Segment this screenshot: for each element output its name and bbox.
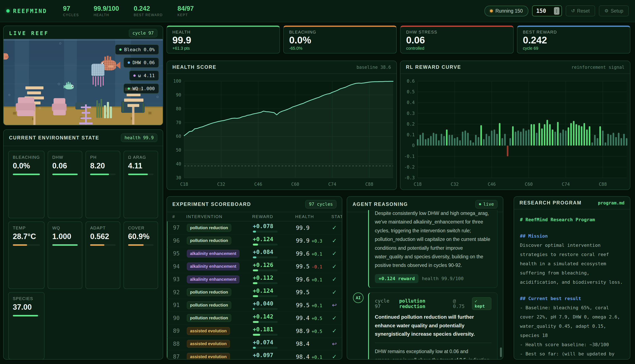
reef-overlay-badge: WQ 1.000 [123,84,159,94]
intervention-pill: pollution reduction [187,224,231,232]
reward-bar-fill [253,347,256,349]
edge-fish [4,52,10,61]
table-row[interactable]: 89assisted evolution+0.18198.9+0.5✓ [167,324,342,338]
reef-overlay-badge: DHW 0.06 [123,58,159,68]
bubble [156,96,158,98]
reef-overlay-label: WQ 1.000 [132,86,155,91]
health-delta: +0.5 [312,316,322,321]
row-cycle-number: 87 [173,354,187,359]
reward-bar [253,256,278,258]
env-metric-value: 1.000 [52,232,78,241]
metric-dot-icon [128,88,130,90]
topbar-stat: 99.9/100HEALTH [94,5,119,17]
stat-card: BEST REWARD0.242cycle 69 [517,26,630,54]
env-metric-card[interactable]: COVER60.9% [123,222,158,289]
svg-text:C74: C74 [562,182,570,187]
setup-button[interactable]: ⚙ Setup [599,6,629,16]
env-metric-card[interactable]: Ω ARAG4.11 [123,151,158,218]
table-row[interactable]: 91pollution reduction+0.04099.5+0.1↩ [167,299,342,312]
setup-label: Setup [611,8,623,14]
markdown-line: ## Mission [520,232,624,241]
row-cycle-number: 91 [173,302,187,308]
table-row[interactable]: 97pollution reduction+0.07899.9✓ [167,222,342,234]
reset-button[interactable]: ↺ Reset [566,6,595,16]
reward-curve-panel: RL REWARD CURVE reinforcement signal 0.6… [400,60,630,190]
env-metric-card[interactable]: BLEACHING0.0% [8,151,45,218]
health-cell: 99.4+0.5 [296,315,332,321]
table-row[interactable]: 94alkalinity enhancement+0.12699.5-0.1✓ [167,260,342,273]
kept-check-icon: ✓ [332,353,337,359]
env-metric-card[interactable]: PH8.20 [85,151,120,218]
steps-input[interactable]: 150 ▴▾ [532,6,562,16]
table-row[interactable]: 92pollution reduction+0.12499.5✓ [167,286,342,299]
env-metric-bar-fill [90,244,104,246]
intervention-cell: assisted evolution [187,353,253,359]
live-dot-icon [479,203,481,205]
table-row[interactable]: 90pollution reduction+0.14299.4+0.5✓ [167,312,342,325]
reward-bar-fill [253,295,258,297]
reward-bar-fill [253,321,259,323]
number-stepper[interactable]: ▴▾ [554,7,559,15]
message-confidence: @ 0.75 [453,298,469,309]
ai-avatar: AI [353,292,363,303]
table-row[interactable]: 88assisted evolution+0.07498.4↩ [167,338,342,350]
table-row[interactable]: 87assisted evolution+0.09798.4+0.1✓ [167,350,342,359]
env-metric-bar-fill [13,174,40,175]
svg-text:0.5: 0.5 [407,89,415,94]
markdown-line: - Health score baseline: ~38/100 [520,340,624,349]
reef-simulation-canvas[interactable]: Bleach 0.0%DHW 0.06ω 4.11WQ 1.000 [4,39,163,125]
message-lead: Continued pollution reduction will furth… [375,313,491,338]
table-row[interactable]: 96pollution reduction+0.12499.9+0.3✓ [167,234,342,248]
stat-card-label: BEST REWARD [523,30,624,34]
app-logo: REEFMIND [6,8,57,14]
reward-bar-fill [253,308,255,310]
table-row[interactable]: 95alkalinity enhancement+0.08499.6+0.1✓ [167,247,342,260]
row-cycle-number: 95 [173,250,187,257]
health-value: 98.9 [296,328,310,334]
topbar-stat: 84/97KEPT [177,5,194,17]
env-metric-card[interactable]: SPECIES37.00 [8,292,45,360]
reward-bar [253,321,278,323]
env-metric-bar-fill [128,174,148,175]
intervention-pill: pollution reduction [187,314,231,322]
stat-card: DHW STRESS0.06controlled [400,26,514,54]
topbar-stat-value: 0.242 [134,5,163,12]
svg-text:-0.3: -0.3 [404,175,415,180]
running-label: Running 150 [495,8,523,14]
baseline-note: baseline 38.6 [357,65,391,70]
markdown-line: - Best so far: (will be updated by agent… [520,349,624,359]
agent-message-feed[interactable]: AIDespite consistently low DHW and high … [347,210,503,359]
env-metric-card[interactable]: TEMP28.7°C [8,222,45,289]
stat-card-label: BLEACHING [289,30,391,34]
message-meta: +0.124 rewardhealth 99.9/100 [375,274,491,283]
env-metric-card[interactable]: WQ1.000 [48,222,82,289]
intervention-pill: assisted evolution [187,327,230,335]
health-chart-title: HEALTH SCORE [172,64,217,70]
stat-card-label: DHW STRESS [406,30,508,34]
stat-card-sub: +61.3 pts [172,46,274,51]
topbar-stat-label: CYCLES [63,13,79,17]
intervention-pill: pollution reduction [187,301,231,309]
health-value: 99.6 [296,276,310,283]
reward-bar [253,244,278,246]
intervention-pill: alkalinity enhancement [187,250,239,258]
intervention-cell: alkalinity enhancement [187,276,253,283]
svg-text:C32: C32 [451,182,459,187]
kept-check-icon: ✓ [332,328,337,334]
health-delta: +0.5 [312,329,322,334]
reward-value: +0.040 [253,300,296,307]
env-metric-label: TEMP [13,226,40,230]
research-markdown[interactable]: # ReefMind Research Program## MissionDis… [514,210,630,359]
steps-value[interactable]: 150 [536,8,546,14]
health-value: 99.5 [296,302,310,308]
env-metric-card[interactable]: DHW0.06 [48,151,82,218]
intervention-cell: pollution reduction [187,288,253,296]
scrollbar-thumb[interactable] [500,348,502,357]
reward-value: +0.074 [253,339,296,346]
environment-panel: CURRENT ENVIRONMENT STATE health 99.9 BL… [3,129,163,360]
env-metric-card[interactable]: ADAPT0.562 [85,222,120,289]
intervention-pill: pollution reduction [187,237,231,244]
health-cell: 99.9+0.3 [296,237,332,244]
table-row[interactable]: 93alkalinity enhancement+0.11299.6+0.1✓ [167,273,342,286]
research-program-panel: RESEARCH PROGRAM program.md # ReefMind R… [514,196,630,360]
